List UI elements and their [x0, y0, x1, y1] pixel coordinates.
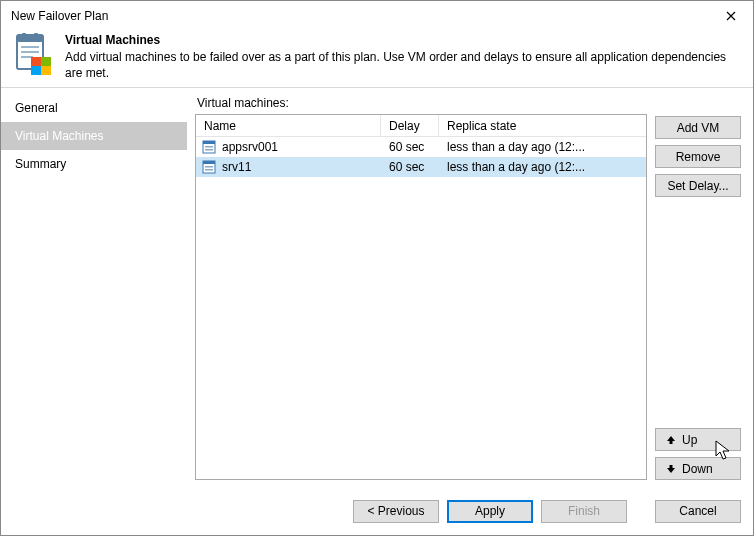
- main-panel: Virtual machines: Name Delay Replica sta…: [187, 88, 753, 488]
- cancel-button[interactable]: Cancel: [655, 500, 741, 523]
- move-down-button[interactable]: Down: [655, 457, 741, 480]
- apply-button[interactable]: Apply: [447, 500, 533, 523]
- header-subheading: Add virtual machines to be failed over a…: [65, 49, 743, 81]
- table-row[interactable]: srv11 60 sec less than a day ago (12:...: [196, 157, 646, 177]
- cell-state: less than a day ago (12:...: [439, 160, 646, 174]
- svg-rect-4: [21, 46, 39, 48]
- vm-table: Name Delay Replica state a: [195, 114, 647, 480]
- column-name[interactable]: Name: [196, 115, 381, 136]
- window-title: New Failover Plan: [11, 9, 709, 23]
- svg-rect-3: [34, 33, 38, 39]
- move-up-button[interactable]: Up: [655, 428, 741, 451]
- svg-rect-12: [31, 66, 41, 75]
- up-label: Up: [682, 433, 697, 447]
- title-bar: New Failover Plan: [1, 1, 753, 31]
- step-sidebar: General Virtual Machines Summary: [1, 88, 187, 488]
- action-buttons: Add VM Remove Set Delay... Up Down: [655, 94, 741, 480]
- svg-rect-10: [31, 57, 41, 66]
- svg-rect-17: [205, 149, 213, 151]
- svg-rect-15: [203, 141, 215, 144]
- set-delay-button[interactable]: Set Delay...: [655, 174, 741, 197]
- cell-delay: 60 sec: [381, 160, 439, 174]
- header-heading: Virtual Machines: [65, 33, 743, 47]
- svg-rect-5: [21, 51, 39, 53]
- table-body: appsrv001 60 sec less than a day ago (12…: [196, 137, 646, 479]
- cell-name: appsrv001: [222, 140, 278, 154]
- vm-icon: [202, 160, 216, 174]
- sidebar-item-virtual-machines[interactable]: Virtual Machines: [1, 122, 187, 150]
- table-label: Virtual machines:: [197, 96, 647, 110]
- arrow-down-icon: [666, 464, 676, 474]
- table-row[interactable]: appsrv001 60 sec less than a day ago (12…: [196, 137, 646, 157]
- svg-rect-20: [205, 166, 213, 168]
- cell-name: srv11: [222, 160, 251, 174]
- vm-table-area: Virtual machines: Name Delay Replica sta…: [195, 94, 647, 480]
- svg-rect-16: [205, 146, 213, 148]
- add-vm-button[interactable]: Add VM: [655, 116, 741, 139]
- wizard-icon: [11, 33, 55, 80]
- table-header: Name Delay Replica state: [196, 115, 646, 137]
- svg-rect-2: [22, 33, 26, 39]
- svg-rect-11: [41, 57, 51, 66]
- down-label: Down: [682, 462, 713, 476]
- svg-rect-1: [17, 35, 43, 42]
- close-button[interactable]: [709, 1, 753, 31]
- svg-rect-13: [41, 66, 51, 75]
- sidebar-item-summary[interactable]: Summary: [1, 150, 187, 178]
- cell-state: less than a day ago (12:...: [439, 140, 646, 154]
- close-icon: [726, 11, 736, 21]
- vm-icon: [202, 140, 216, 154]
- column-replica-state[interactable]: Replica state: [439, 115, 646, 136]
- arrow-up-icon: [666, 435, 676, 445]
- finish-button: Finish: [541, 500, 627, 523]
- svg-rect-19: [203, 161, 215, 164]
- cell-delay: 60 sec: [381, 140, 439, 154]
- wizard-footer: < Previous Apply Finish Cancel: [1, 488, 753, 534]
- column-delay[interactable]: Delay: [381, 115, 439, 136]
- sidebar-item-general[interactable]: General: [1, 94, 187, 122]
- wizard-body: General Virtual Machines Summary Virtual…: [1, 88, 753, 488]
- wizard-header: Virtual Machines Add virtual machines to…: [1, 31, 753, 87]
- previous-button[interactable]: < Previous: [353, 500, 439, 523]
- svg-rect-21: [205, 169, 213, 171]
- remove-button[interactable]: Remove: [655, 145, 741, 168]
